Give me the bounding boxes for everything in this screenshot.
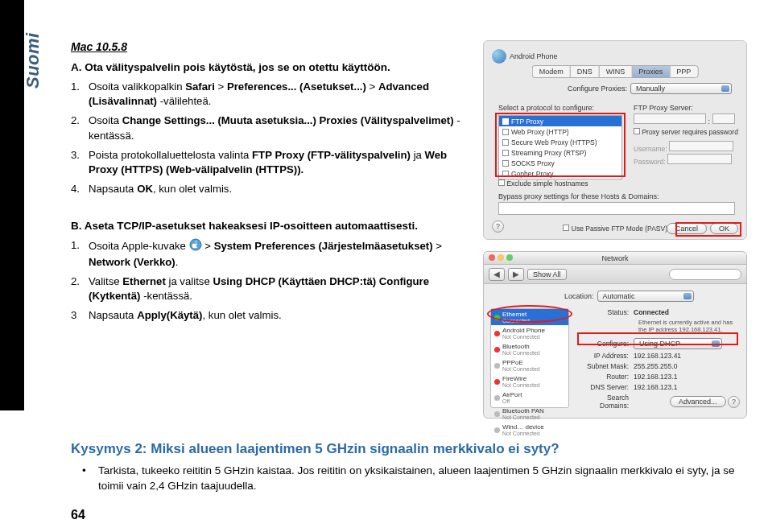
location-row: Location: Automatic	[564, 291, 694, 302]
router-row: Router:192.168.123.1	[577, 373, 740, 381]
password-field	[667, 154, 732, 164]
service-android[interactable]: Android PhoneNot Connected	[491, 325, 568, 341]
username-row: Username:	[634, 141, 733, 153]
tab-proxies[interactable]: Proxies	[631, 65, 669, 78]
tab-ppp[interactable]: PPP	[669, 65, 698, 78]
main-text-column: Mac 10.5.8 A. Ota välityspalvelin pois k…	[71, 40, 465, 328]
language-label: Suomi	[23, 32, 43, 89]
proxy-server-field-row: :	[634, 113, 735, 126]
question-2-block: Kysymys 2: Miksi alueen laajentimen 5 GH…	[71, 441, 739, 494]
device-header: Android Phone	[492, 49, 558, 64]
help-icon[interactable]: ?	[492, 221, 504, 233]
section-a-steps: 1.Osoita valikkopalkin Safari > Preferen…	[71, 80, 465, 197]
traffic-lights	[489, 254, 513, 261]
service-pppoe[interactable]: PPPoENot Connected	[491, 357, 568, 373]
advanced-button[interactable]: Advanced...	[670, 396, 726, 407]
proxy-host-field[interactable]	[634, 113, 706, 124]
status-dot-icon	[494, 395, 500, 401]
step-b2: 2.Valitse Ethernet ja valitse Using DHCP…	[71, 274, 465, 303]
status-dot-icon	[494, 379, 500, 385]
red-highlight-protocols	[495, 113, 626, 177]
help-icon[interactable]: ?	[728, 396, 740, 408]
username-field	[669, 141, 733, 151]
status-dot-icon	[494, 411, 500, 417]
back-button[interactable]: ◀	[489, 268, 505, 281]
dns-row: DNS Server:192.168.123.1	[577, 383, 740, 391]
question-2-title: Kysymys 2: Miksi alueen laajentimen 5 GH…	[71, 441, 739, 457]
close-icon[interactable]	[489, 254, 495, 261]
section-b-steps: 1.Osoita Apple-kuvake > System Preferenc…	[71, 238, 465, 324]
tab-bar: Modem DNS WINS Proxies PPP	[532, 65, 699, 78]
step-a3: 3.Poista protokollaluettelosta valinta F…	[71, 148, 465, 177]
detail-panel: Status:Connected Ethernet is currently a…	[577, 308, 740, 408]
service-bluetooth[interactable]: BluetoothNot Connected	[491, 341, 568, 357]
bypass-label: Bypass proxy settings for these Hosts & …	[498, 192, 659, 200]
services-sidebar: EthernetConnected Android PhoneNot Conne…	[490, 308, 569, 408]
step-b3: 3Napsauta Apply(Käytä), kun olet valmis.	[71, 308, 465, 323]
exclude-row: Exclude simple hostnames	[498, 179, 588, 188]
configure-proxies-select[interactable]: Manually	[630, 83, 732, 94]
tab-wins[interactable]: WINS	[599, 65, 632, 78]
section-b-title: B. Aseta TCP/IP-asetukset hakeaksesi IP-…	[71, 220, 465, 232]
service-btpan[interactable]: Bluetooth PANNot Connected	[491, 406, 568, 422]
requires-pwd-row: Proxy server requires password	[634, 128, 738, 136]
location-select[interactable]: Automatic	[597, 291, 694, 302]
status-dot-icon	[494, 427, 500, 433]
globe-icon	[492, 49, 506, 64]
mask-row: Subnet Mask:255.255.255.0	[577, 362, 740, 370]
search-field[interactable]	[669, 269, 741, 280]
device-name: Android Phone	[510, 52, 558, 60]
red-highlight-buttons	[675, 222, 741, 237]
apple-logo-icon	[189, 238, 202, 255]
proxy-port-field[interactable]	[712, 113, 735, 124]
page-number: 64	[71, 508, 85, 522]
location-label: Location:	[564, 292, 594, 300]
passive-row: Use Passive FTP Mode (PASV)	[563, 225, 667, 233]
window-titlebar: Network	[484, 252, 746, 265]
step-b1: 1.Osoita Apple-kuvake > System Preferenc…	[71, 238, 465, 270]
status-dot-icon	[494, 331, 500, 336]
question-2-list: Tarkista, tukeeko reititin 5 GHzin kaist…	[71, 464, 739, 494]
network-prefpane: Network ◀ ▶ Show All Location: Automatic…	[483, 251, 747, 419]
select-protocol-label: Select a protocol to configure:	[498, 104, 594, 112]
red-highlight-configure	[577, 332, 738, 345]
os-heading: Mac 10.5.8	[71, 40, 465, 53]
question-2-bullet: Tarkista, tukeeko reititin 5 GHzin kaist…	[71, 464, 739, 494]
status-dot-icon	[494, 363, 500, 369]
bypass-field[interactable]	[498, 202, 735, 215]
checkbox-icon[interactable]	[563, 225, 569, 231]
tab-modem[interactable]: Modem	[532, 65, 570, 78]
step-a2: 2.Osoita Change Settings... (Muuta asetu…	[71, 113, 465, 142]
toolbar: ◀ ▶ Show All	[484, 265, 746, 284]
status-dot-icon	[494, 347, 500, 353]
service-wind[interactable]: Wind… deviceNot Connected	[491, 422, 568, 438]
red-highlight-ethernet	[487, 305, 572, 323]
status-desc: Ethernet is currently active and has the…	[638, 319, 740, 333]
status-row: Status:Connected	[577, 308, 740, 316]
checkbox-icon[interactable]	[498, 179, 505, 186]
minimize-icon[interactable]	[498, 254, 504, 261]
configure-proxies-row: Configure Proxies: Manually	[568, 83, 732, 94]
black-margin-bar	[0, 0, 24, 410]
forward-button[interactable]: ▶	[508, 268, 524, 281]
section-a-title: A. Ota välityspalvelin pois käytöstä, jo…	[71, 61, 465, 73]
proxies-dialog: Android Phone Modem DNS WINS Proxies PPP…	[483, 40, 747, 240]
checkbox-icon[interactable]	[634, 128, 640, 134]
show-all-button[interactable]: Show All	[527, 269, 567, 280]
step-a4: 4.Napsauta OK, kun olet valmis.	[71, 182, 465, 196]
proxy-server-label: FTP Proxy Server:	[634, 104, 693, 112]
tab-dns[interactable]: DNS	[570, 65, 599, 78]
ip-row: IP Address:192.168.123.41	[577, 352, 740, 360]
window-title: Network	[601, 254, 628, 262]
configure-proxies-label: Configure Proxies:	[568, 85, 627, 93]
zoom-icon[interactable]	[506, 254, 513, 261]
service-airport[interactable]: AirPortOff	[491, 390, 568, 406]
step-a1: 1.Osoita valikkopalkin Safari > Preferen…	[71, 80, 465, 109]
service-firewire[interactable]: FireWireNot Connected	[491, 373, 568, 390]
password-row: Password:	[634, 154, 732, 166]
